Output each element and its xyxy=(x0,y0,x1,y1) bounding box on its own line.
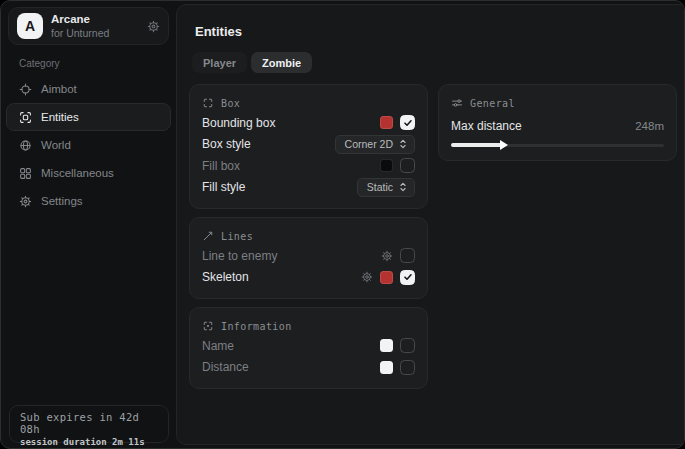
color-swatch[interactable] xyxy=(380,271,393,284)
gear-icon[interactable] xyxy=(361,271,373,283)
scan-brackets-icon xyxy=(202,97,214,109)
crosshair-icon xyxy=(19,83,32,96)
right-column: General Max distance 248m xyxy=(438,84,677,389)
sliders-icon xyxy=(451,97,463,109)
checkbox-checked[interactable] xyxy=(400,115,415,130)
general-card: General Max distance 248m xyxy=(438,84,677,161)
color-swatch[interactable] xyxy=(380,116,393,129)
information-card-header: Information xyxy=(202,317,415,335)
color-swatch[interactable] xyxy=(380,159,393,172)
fill-style-dropdown[interactable]: Static xyxy=(357,178,415,197)
checkbox-unchecked[interactable] xyxy=(400,360,415,375)
box-card: Box Bounding box Box style xyxy=(189,84,428,209)
checkbox-unchecked[interactable] xyxy=(400,248,415,263)
setting-row-skeleton: Skeleton xyxy=(202,267,415,289)
grid-icon xyxy=(19,167,32,180)
dropdown-value: Static xyxy=(367,181,393,193)
setting-label: Distance xyxy=(202,360,249,374)
setting-label: Fill box xyxy=(202,159,240,173)
setting-label: Box style xyxy=(202,137,251,151)
setting-label: Max distance xyxy=(451,119,522,133)
slider-fill xyxy=(451,143,502,147)
information-card: Information Name Distance xyxy=(189,307,428,389)
color-swatch[interactable] xyxy=(380,361,393,374)
sidebar-item-label: Miscellaneous xyxy=(41,167,114,179)
brand-text: Arcane for Unturned xyxy=(51,12,139,40)
lines-card-header: Lines xyxy=(202,227,415,245)
card-title: General xyxy=(470,98,515,109)
setting-row-distance: Distance xyxy=(202,357,415,379)
category-label: Category xyxy=(19,58,176,69)
setting-label: Fill style xyxy=(202,180,245,194)
checkbox-unchecked[interactable] xyxy=(400,158,415,173)
diagonal-line-icon xyxy=(202,230,214,242)
sidebar-nav: Aimbot Entities World xyxy=(1,75,176,215)
sidebar-item-label: Aimbot xyxy=(41,83,77,95)
setting-label: Name xyxy=(202,339,234,353)
sub-expiry-text: Sub expires in 42d 08h xyxy=(20,411,158,435)
globe-icon xyxy=(19,139,32,152)
session-duration-text: session duration 2m 11s xyxy=(20,437,158,447)
dropdown-value: Corner 2D xyxy=(345,138,393,150)
box-style-dropdown[interactable]: Corner 2D xyxy=(335,135,415,154)
chevron-up-down-icon xyxy=(398,139,408,149)
gear-icon xyxy=(19,195,32,208)
sidebar-item-settings[interactable]: Settings xyxy=(6,187,171,215)
max-distance-value: 248m xyxy=(635,120,664,132)
app-window: A Arcane for Unturned Category A xyxy=(0,0,685,449)
box-card-header: Box xyxy=(202,94,415,112)
setting-row-bounding-box: Bounding box xyxy=(202,112,415,134)
lines-card: Lines Line to enemy xyxy=(189,217,428,299)
sidebar-item-world[interactable]: World xyxy=(6,131,171,159)
sidebar-item-label: World xyxy=(41,139,71,151)
brand-card: A Arcane for Unturned xyxy=(8,7,169,45)
setting-row-line-to-enemy: Line to enemy xyxy=(202,245,415,267)
card-title: Lines xyxy=(221,231,253,242)
max-distance-slider[interactable] xyxy=(451,140,664,150)
checkbox-checked[interactable] xyxy=(400,270,415,285)
tab-zombie[interactable]: Zombie xyxy=(251,52,312,73)
tab-player[interactable]: Player xyxy=(192,52,247,73)
check-icon xyxy=(403,272,413,282)
sidebar: A Arcane for Unturned Category A xyxy=(1,1,176,448)
checkbox-unchecked[interactable] xyxy=(400,338,415,353)
general-card-header: General xyxy=(451,94,664,112)
gear-icon[interactable] xyxy=(147,20,160,33)
sidebar-item-entities[interactable]: Entities xyxy=(6,103,171,131)
color-swatch[interactable] xyxy=(380,339,393,352)
tab-bar: Player Zombie xyxy=(192,52,677,73)
setting-label: Line to enemy xyxy=(202,249,277,263)
gear-icon[interactable] xyxy=(381,250,393,262)
check-icon xyxy=(403,118,413,128)
main-panel: Entities Player Zombie Box xyxy=(176,4,685,445)
slider-thumb[interactable] xyxy=(500,140,508,150)
sidebar-item-miscellaneous[interactable]: Miscellaneous xyxy=(6,159,171,187)
card-title: Information xyxy=(221,321,292,332)
sidebar-item-label: Settings xyxy=(41,195,83,207)
info-scan-icon xyxy=(202,320,214,332)
app-logo: A xyxy=(17,13,43,39)
content-columns: Box Bounding box Box style xyxy=(189,84,677,389)
subscription-status: Sub expires in 42d 08h session duration … xyxy=(9,405,169,443)
entities-scan-icon xyxy=(19,111,32,124)
left-column: Box Bounding box Box style xyxy=(189,84,428,389)
card-title: Box xyxy=(221,98,240,109)
setting-row-fill-style: Fill style Static xyxy=(202,177,415,199)
chevron-up-down-icon xyxy=(398,182,408,192)
setting-label: Bounding box xyxy=(202,116,275,130)
page-title: Entities xyxy=(195,24,677,39)
setting-row-box-style: Box style Corner 2D xyxy=(202,134,415,156)
app-name: Arcane xyxy=(51,12,139,26)
setting-row-max-distance: Max distance 248m xyxy=(451,115,664,137)
setting-label: Skeleton xyxy=(202,270,249,284)
app-subtitle: for Unturned xyxy=(51,27,139,40)
setting-row-fill-box: Fill box xyxy=(202,155,415,177)
setting-row-name: Name xyxy=(202,335,415,357)
sidebar-item-aimbot[interactable]: Aimbot xyxy=(6,75,171,103)
sidebar-item-label: Entities xyxy=(41,111,79,123)
